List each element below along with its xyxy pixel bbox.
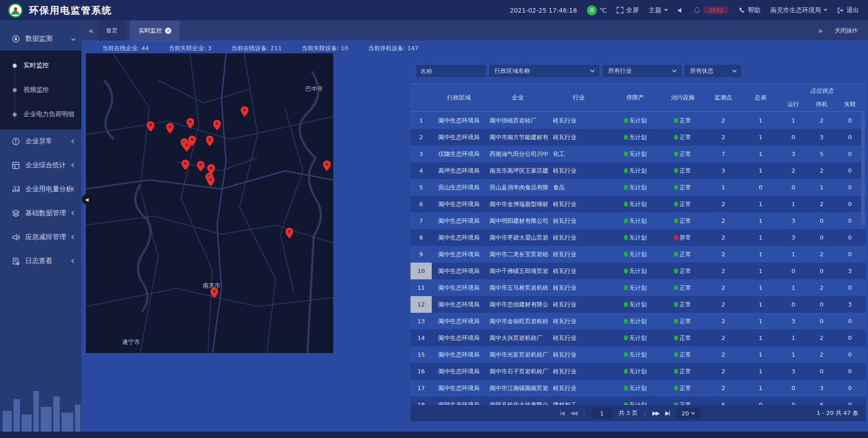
notifications-button[interactable]: 2632 (694, 6, 729, 14)
tab-close-icon[interactable]: ✕ (165, 28, 171, 34)
cell-company: 阆中市南方节能建材有 (486, 133, 549, 141)
cell-industry: 化工 (549, 150, 608, 158)
cell-region: 阆中生态环境局 (432, 284, 486, 292)
table-row[interactable]: 9阆中生态环境局阆中市二龙长宝页岩砖砖瓦行业无计划正常21120 (410, 246, 866, 263)
cell-lost: 0 (834, 385, 866, 391)
cell-run: 1 (778, 351, 809, 358)
map-marker-pin[interactable] (206, 136, 214, 146)
last-page-button[interactable]: ▶| (665, 410, 670, 416)
sidebar-item-企业电力负荷明细[interactable]: 企业电力负荷明细 (0, 102, 81, 127)
name-filter-input[interactable] (415, 64, 486, 78)
sidebar-item-实时监控[interactable]: 实时监控 (0, 53, 81, 78)
next-page-button[interactable]: ▶▶ (652, 410, 659, 416)
row-number: 18 (410, 396, 432, 405)
first-page-button[interactable]: |◀ (560, 410, 564, 416)
map-panel[interactable]: 巴中市南充市遂宁市 (86, 53, 333, 353)
table-row[interactable]: 16阆中生态环境局阆中市石子页岩机砖厂砖瓦行业无计划正常21300 (410, 363, 866, 380)
sidebar-group-1[interactable]: 数据监测 (0, 27, 81, 51)
sidebar-group-3[interactable]: 企业综合统计 (0, 153, 81, 177)
map-marker-pin[interactable] (323, 160, 331, 171)
map-marker-pin[interactable] (181, 160, 189, 170)
cell-stop-status: 无计划 (608, 150, 662, 158)
table-row[interactable]: 8阆中生态环境局阆中市枣碧大梁山页岩砖瓦行业无计划异常21300 (410, 229, 866, 246)
cell-meters: 0 (744, 184, 778, 191)
tabs-scroll-left-button[interactable]: « (89, 26, 93, 35)
cell-company: 阆中市五马桥页岩机砖 (486, 284, 549, 292)
cell-stop-status: 无计划 (608, 184, 662, 192)
table-scrollbar[interactable] (861, 113, 865, 226)
table-row[interactable]: 3仪陇生态环境局西南油气田分公司川中化工无计划正常71350 (410, 146, 866, 162)
chevron-down-icon (71, 37, 76, 41)
cell-halt: 5 (809, 151, 834, 157)
sidebar-group-2[interactable]: 企业异常 (0, 129, 81, 153)
map-marker-pin[interactable] (166, 123, 174, 134)
map-marker-pin[interactable] (210, 287, 218, 298)
fullscreen-button[interactable]: 全屏 (617, 6, 639, 14)
status-dot-icon (674, 285, 678, 290)
table-row[interactable]: 11阆中生态环境局阆中市五马桥页岩机砖砖瓦行业无计划正常21120 (410, 279, 866, 296)
app-header: 环保用电监管系统 2021-02-25 17:46:18 0 ℃ 全屏 主题 2… (0, 0, 868, 20)
prev-page-button[interactable]: ◀◀ (570, 410, 576, 416)
map-marker-pin[interactable] (186, 118, 194, 129)
cell-region: 阆中生态环境局 (432, 317, 486, 325)
page-size-select[interactable]: 20 (676, 408, 700, 419)
table-body: 1阆中生态环境局阆中强锐页岩砖厂砖瓦行业无计划正常211202阆中生态环境局阆中… (410, 112, 866, 405)
org-dropdown[interactable]: 南充市生态环境局 (770, 6, 827, 14)
status-filter-select[interactable]: 所有状态 (684, 64, 742, 78)
map-marker-pin[interactable] (188, 136, 196, 146)
map-marker-pin[interactable] (241, 106, 249, 117)
table-row[interactable]: 5营山生态环境局营山县润丰肉食品有限食品无计划正常10010 (410, 179, 866, 196)
logout-button[interactable]: 退出 (837, 6, 859, 14)
table-row[interactable]: 10阆中生态环境局阆中千佛镇五郎垭页岩砖瓦行业无计划正常21003 (410, 263, 866, 279)
table-row[interactable]: 2阆中生态环境局阆中市南方节能建材有砖瓦行业无计划正常21030 (410, 129, 866, 146)
map-marker-pin[interactable] (197, 161, 205, 172)
help-button[interactable]: 帮助 (739, 6, 760, 14)
cell-run: 3 (778, 318, 809, 325)
theme-dropdown[interactable]: 主题 (649, 6, 668, 14)
status-dot-icon (624, 302, 628, 307)
row-number: 6 (410, 196, 432, 212)
tab-realtime-monitor[interactable]: 实时监控 ✕ (130, 20, 179, 41)
status-dot-icon (624, 386, 628, 391)
map-marker-pin[interactable] (213, 120, 221, 131)
sound-toggle-button[interactable] (678, 7, 684, 14)
chevron-down-icon (590, 68, 595, 73)
sidebar-group-7[interactable]: 日志查看 (0, 249, 81, 273)
cell-points: 2 (703, 117, 744, 124)
map-marker-pin[interactable] (146, 121, 155, 132)
sidebar-group-5[interactable]: 基础数据管理 (0, 201, 81, 225)
table-row[interactable]: 15阆中生态环境局阆中市光富页岩机砖厂砖瓦行业无计划正常21120 (410, 346, 866, 363)
status-dot-icon (624, 185, 628, 190)
sidebar-group-4[interactable]: 企业用电量分析 (0, 177, 81, 201)
tab-home[interactable]: 首页 (98, 20, 126, 41)
cell-industry: 砖瓦行业 (549, 117, 608, 125)
table-row[interactable]: 17阆中生态环境局阆中市江南镇阆南页岩砖瓦行业无计划正常21030 (410, 380, 866, 396)
status-dot-icon (674, 386, 678, 391)
col-industry: 行业 (549, 94, 608, 102)
table-row[interactable]: 13阆中生态环境局阆中市金福旺页岩机砖砖瓦行业无计划正常21300 (410, 313, 866, 330)
sidebar-item-视频监控[interactable]: 视频监控 (0, 78, 81, 102)
cell-lost: 0 (834, 284, 866, 291)
map-marker-pin[interactable] (207, 176, 215, 187)
status-dot-icon (674, 135, 678, 140)
table-row[interactable]: 12阆中生态环境局阆中市忠信建材有限公砖瓦行业无计划正常21003 (410, 296, 866, 313)
cell-run: 3 (778, 234, 809, 241)
cell-points: 2 (703, 351, 744, 358)
table-row[interactable]: 14阆中生态环境局阆中大兴页岩机砖厂砖瓦行业无计划正常21120 (410, 330, 866, 346)
row-number: 8 (410, 229, 432, 246)
table-row[interactable]: 18南部生态环境局南部县砖化土砖有限公建材加工无计划正常60060 (410, 396, 866, 405)
cell-stop-status: 无计划 (608, 301, 662, 309)
region-filter-select[interactable]: 行政区域名称 (489, 64, 600, 78)
cell-run: 0 (778, 134, 809, 141)
cell-meters: 1 (744, 151, 778, 157)
table-row[interactable]: 4高坪生态环境局南充市高坪区王家店建砖瓦行业无计划正常31220 (410, 162, 866, 179)
industry-filter-select[interactable]: 所有行业 (602, 64, 682, 78)
sidebar-group-6[interactable]: 应急减排管理 (0, 225, 81, 249)
table-row[interactable]: 6阆中生态环境局阆中市金博瑞新型墙材砖瓦行业无计划正常21120 (410, 196, 866, 212)
map-marker-pin[interactable] (285, 228, 293, 239)
map-collapse-button[interactable]: ◀ (82, 194, 92, 204)
status-dot-icon (674, 369, 678, 374)
table-row[interactable]: 7阆中生态环境局阆中明阳建材有限公司砖瓦行业无计划正常21300 (410, 212, 866, 229)
table-row[interactable]: 1阆中生态环境局阆中强锐页岩砖厂砖瓦行业无计划正常21120 (410, 112, 866, 129)
page-number-input[interactable]: 1 (591, 408, 612, 419)
